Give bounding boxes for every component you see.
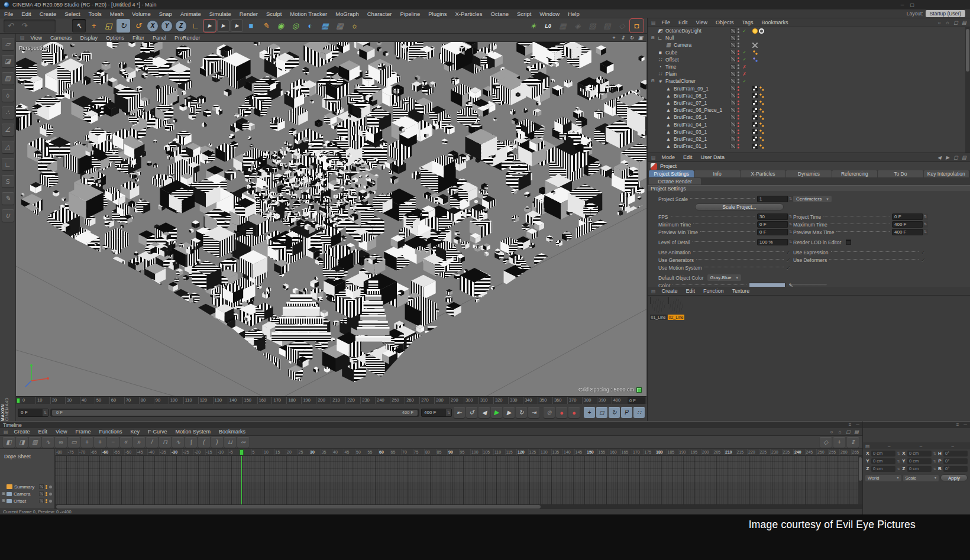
edges-mode-icon[interactable]: ∠	[2, 124, 14, 136]
size-field[interactable]: 0 cm	[907, 466, 932, 472]
menu-item[interactable]: MoGraph	[331, 9, 363, 18]
scrollbar-thumb[interactable]	[966, 29, 969, 72]
stepper-icon[interactable]: ⇅	[788, 221, 793, 228]
workplane-mode-icon[interactable]: ◊	[2, 89, 14, 102]
ease-in-icon[interactable]: (	[198, 437, 210, 448]
track-mute-dot[interactable]	[49, 493, 52, 496]
viewport-menu-item[interactable]: Filter	[128, 34, 148, 42]
object-row[interactable]: ▲ BrutFrac_04_1	[648, 121, 965, 128]
history-forward-icon[interactable]: ▶	[945, 155, 950, 160]
render-view-icon[interactable]: ▶	[203, 20, 216, 32]
visibility-dots[interactable]	[738, 108, 740, 112]
object-tag-icon[interactable]	[752, 86, 758, 91]
menu-item[interactable]: Pipeline	[396, 9, 424, 18]
end-frame-value[interactable]: 400 F	[422, 410, 446, 415]
object-row[interactable]: ◩ OctaneDayLight ✓	[648, 27, 965, 34]
stepper-icon[interactable]: ⇅	[43, 409, 48, 416]
visibility-dots[interactable]	[738, 35, 740, 40]
viewport-menu-item[interactable]: Display	[76, 34, 102, 42]
object-tag-icon[interactable]	[752, 50, 758, 55]
stepper-icon[interactable]: ⇅	[788, 213, 793, 220]
rotation-field[interactable]: 0°	[943, 451, 968, 457]
viewport-menu-item[interactable]: Options	[102, 34, 128, 42]
rotation-field[interactable]: 0°	[943, 466, 968, 472]
object-tag-icon[interactable]	[759, 93, 764, 98]
visibility-dots[interactable]	[738, 101, 740, 105]
object-name[interactable]: Camera	[672, 42, 691, 48]
track-mute-dot[interactable]	[49, 500, 52, 503]
rotation-column-dropdown[interactable]: –	[937, 444, 968, 449]
auto-snap-icon[interactable]: ◨	[16, 437, 28, 448]
viewport-hamburger-icon[interactable]: ▤	[18, 35, 27, 40]
lock-z-axis-icon[interactable]: Z	[175, 20, 187, 32]
track-row[interactable]: ⊞ Camera	[0, 490, 54, 497]
stepper-icon[interactable]: ⇅	[897, 467, 900, 471]
space-dropdown[interactable]: World▾	[865, 475, 901, 481]
stepper-icon[interactable]: ⇅	[923, 229, 928, 235]
generators-icon[interactable]: ◎	[289, 19, 302, 33]
layer-toggle-icon[interactable]	[730, 108, 736, 113]
pan-timeline-icon[interactable]: +	[833, 437, 845, 448]
default-color-dropdown[interactable]: Gray-Blue▾	[707, 274, 742, 281]
visibility-dots[interactable]	[738, 130, 740, 134]
enable-toggle[interactable]: ✓	[742, 28, 747, 34]
layer-toggle-icon[interactable]	[730, 50, 736, 55]
model-mode-icon[interactable]: ◪	[2, 55, 14, 67]
viewport-canvas[interactable]	[16, 42, 646, 396]
track-name[interactable]: Summary	[14, 484, 34, 490]
add-key-icon[interactable]: +	[81, 437, 93, 448]
object-tag-icon[interactable]	[752, 136, 758, 141]
object-tag-icon[interactable]	[752, 43, 758, 48]
maximize-button[interactable]: ▢	[910, 2, 914, 8]
window-shade-icon[interactable]: ─	[856, 422, 859, 428]
menu-item[interactable]: Select	[60, 9, 84, 18]
object-row[interactable]: ⊟ ∗ FractalCloner ✓	[648, 77, 965, 85]
preview-range-slider[interactable]: 0 F 400 F	[50, 409, 419, 417]
lod-field[interactable]: 100 %	[757, 239, 788, 245]
layer-toggle-icon[interactable]	[730, 64, 736, 70]
layer-toggle-icon[interactable]	[730, 72, 736, 77]
layer-toggle-icon[interactable]	[730, 122, 736, 127]
toggle-panels-icon[interactable]: ▣	[637, 34, 644, 41]
layer-toggle-icon[interactable]	[730, 79, 736, 84]
track-key-dots[interactable]	[46, 492, 47, 496]
step-back-button[interactable]: ◀	[478, 407, 490, 418]
attribute-tab[interactable]: Info	[694, 170, 739, 177]
object-name[interactable]: BrutFrac_07_1	[672, 100, 707, 106]
position-field[interactable]: 0 cm	[871, 451, 895, 457]
spline-pen-icon[interactable]: ✎	[259, 19, 273, 33]
enable-toggle[interactable]: ✗	[742, 64, 747, 70]
make-editable-icon[interactable]: ▱	[2, 38, 14, 50]
zoom-view-icon[interactable]: ⇕	[619, 34, 626, 41]
clamp-icon[interactable]: ⊔	[224, 437, 236, 448]
menu-item[interactable]: Create	[658, 287, 682, 296]
ghost-tool-1-icon[interactable]: ▦	[556, 19, 570, 33]
material-item[interactable]: 01_Line	[650, 297, 667, 320]
attribute-tab[interactable]: Referencing	[832, 170, 877, 177]
layer-zero-icon[interactable]: L0	[541, 19, 555, 33]
smooth-interp-icon[interactable]: ∿	[172, 437, 184, 448]
layer-toggle-icon[interactable]	[730, 35, 736, 41]
object-tag-icon[interactable]	[752, 122, 758, 127]
enable-toggle[interactable]: ✓	[742, 50, 747, 55]
object-tag-icon[interactable]	[759, 86, 764, 91]
menu-item[interactable]: User Data	[697, 153, 729, 162]
minimize-button[interactable]: ─	[901, 2, 904, 8]
value-field[interactable]: 400 F	[892, 229, 923, 235]
position-column-dropdown[interactable]: –	[874, 444, 904, 449]
points-mode-icon[interactable]: ∴	[2, 106, 14, 119]
size-field[interactable]: 0 cm	[907, 451, 932, 457]
redo-icon[interactable]: ↷	[17, 19, 31, 33]
ghost-tool-4-icon[interactable]: ▨	[600, 19, 614, 33]
object-tag-icon[interactable]	[752, 28, 758, 34]
section-header[interactable]: Project Settings	[648, 185, 970, 192]
enable-toggle[interactable]: ✓	[742, 57, 747, 62]
object-row[interactable]: ▲ BrutFrac_05_1	[648, 114, 965, 121]
material-item[interactable]: 02_Line	[668, 297, 684, 320]
menu-item[interactable]: File	[658, 18, 675, 27]
value-field[interactable]: 0 F	[757, 221, 788, 228]
render-settings-icon[interactable]: ▶	[231, 20, 243, 32]
current-frame-value[interactable]: 0 F	[18, 410, 43, 415]
search-icon[interactable]: ○	[936, 20, 942, 25]
render-picture-viewer-icon[interactable]: ▶	[217, 20, 229, 32]
